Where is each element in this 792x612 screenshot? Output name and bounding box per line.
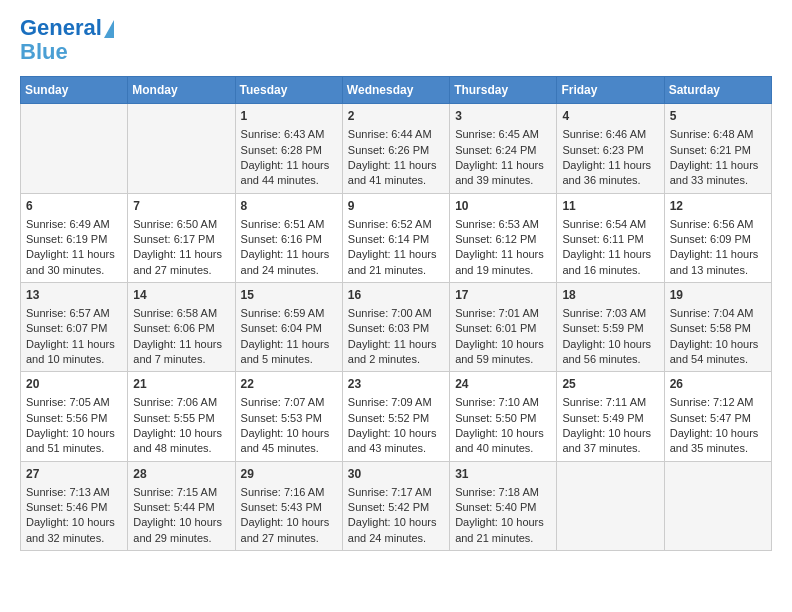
calendar-cell: 31Sunrise: 7:18 AMSunset: 5:40 PMDayligh… (450, 461, 557, 550)
day-info-line: Sunset: 6:23 PM (562, 143, 658, 158)
day-info-line: Sunset: 6:06 PM (133, 321, 229, 336)
day-info-line: Sunset: 5:49 PM (562, 411, 658, 426)
day-info-line: Daylight: 11 hours and 30 minutes. (26, 247, 122, 278)
day-info-line: Sunset: 5:56 PM (26, 411, 122, 426)
day-info-line: Daylight: 10 hours and 43 minutes. (348, 426, 444, 457)
day-info-line: Sunrise: 7:00 AM (348, 306, 444, 321)
day-info-line: Sunrise: 6:45 AM (455, 127, 551, 142)
day-info-line: Sunrise: 7:03 AM (562, 306, 658, 321)
logo-triangle-icon (104, 20, 114, 38)
day-number: 25 (562, 376, 658, 393)
calendar-cell: 1Sunrise: 6:43 AMSunset: 6:28 PMDaylight… (235, 104, 342, 193)
day-info-line: Sunset: 6:04 PM (241, 321, 337, 336)
day-number: 29 (241, 466, 337, 483)
day-info-line: Sunset: 5:46 PM (26, 500, 122, 515)
day-number: 31 (455, 466, 551, 483)
calendar-week-4: 27Sunrise: 7:13 AMSunset: 5:46 PMDayligh… (21, 461, 772, 550)
header-cell-monday: Monday (128, 77, 235, 104)
calendar-cell: 20Sunrise: 7:05 AMSunset: 5:56 PMDayligh… (21, 372, 128, 461)
day-info-line: Daylight: 10 hours and 40 minutes. (455, 426, 551, 457)
day-info-line: Sunrise: 6:56 AM (670, 217, 766, 232)
day-info-line: Sunset: 6:14 PM (348, 232, 444, 247)
day-number: 22 (241, 376, 337, 393)
day-info-line: Daylight: 11 hours and 19 minutes. (455, 247, 551, 278)
day-info-line: Sunset: 5:59 PM (562, 321, 658, 336)
day-info-line: Sunrise: 6:44 AM (348, 127, 444, 142)
day-number: 21 (133, 376, 229, 393)
day-info-line: Daylight: 11 hours and 2 minutes. (348, 337, 444, 368)
calendar-cell: 16Sunrise: 7:00 AMSunset: 6:03 PMDayligh… (342, 283, 449, 372)
calendar-cell: 12Sunrise: 6:56 AMSunset: 6:09 PMDayligh… (664, 193, 771, 282)
calendar-week-1: 6Sunrise: 6:49 AMSunset: 6:19 PMDaylight… (21, 193, 772, 282)
calendar-cell: 7Sunrise: 6:50 AMSunset: 6:17 PMDaylight… (128, 193, 235, 282)
day-info-line: Sunrise: 7:15 AM (133, 485, 229, 500)
calendar-week-3: 20Sunrise: 7:05 AMSunset: 5:56 PMDayligh… (21, 372, 772, 461)
day-info-line: Daylight: 11 hours and 24 minutes. (241, 247, 337, 278)
day-number: 30 (348, 466, 444, 483)
calendar-cell: 6Sunrise: 6:49 AMSunset: 6:19 PMDaylight… (21, 193, 128, 282)
day-number: 11 (562, 198, 658, 215)
day-info-line: Sunrise: 7:10 AM (455, 395, 551, 410)
day-info-line: Sunset: 6:19 PM (26, 232, 122, 247)
calendar-cell: 17Sunrise: 7:01 AMSunset: 6:01 PMDayligh… (450, 283, 557, 372)
day-info-line: Daylight: 10 hours and 24 minutes. (348, 515, 444, 546)
calendar-cell (664, 461, 771, 550)
day-number: 2 (348, 108, 444, 125)
day-info-line: Sunset: 5:47 PM (670, 411, 766, 426)
day-info-line: Sunset: 5:50 PM (455, 411, 551, 426)
day-info-line: Daylight: 10 hours and 56 minutes. (562, 337, 658, 368)
logo-blue: Blue (20, 40, 68, 64)
day-number: 12 (670, 198, 766, 215)
day-info-line: Sunset: 6:21 PM (670, 143, 766, 158)
calendar-cell: 3Sunrise: 6:45 AMSunset: 6:24 PMDaylight… (450, 104, 557, 193)
day-info-line: Sunrise: 7:01 AM (455, 306, 551, 321)
day-number: 14 (133, 287, 229, 304)
header-cell-wednesday: Wednesday (342, 77, 449, 104)
calendar-cell (21, 104, 128, 193)
day-info-line: Sunset: 6:03 PM (348, 321, 444, 336)
logo: General Blue (20, 16, 114, 64)
calendar-cell: 27Sunrise: 7:13 AMSunset: 5:46 PMDayligh… (21, 461, 128, 550)
day-info-line: Sunset: 5:55 PM (133, 411, 229, 426)
calendar-week-2: 13Sunrise: 6:57 AMSunset: 6:07 PMDayligh… (21, 283, 772, 372)
day-info-line: Daylight: 10 hours and 29 minutes. (133, 515, 229, 546)
day-info-line: Sunrise: 7:18 AM (455, 485, 551, 500)
day-number: 20 (26, 376, 122, 393)
day-number: 28 (133, 466, 229, 483)
day-info-line: Daylight: 11 hours and 10 minutes. (26, 337, 122, 368)
day-info-line: Sunrise: 6:51 AM (241, 217, 337, 232)
calendar-cell: 23Sunrise: 7:09 AMSunset: 5:52 PMDayligh… (342, 372, 449, 461)
calendar-body: 1Sunrise: 6:43 AMSunset: 6:28 PMDaylight… (21, 104, 772, 551)
day-info-line: Daylight: 10 hours and 27 minutes. (241, 515, 337, 546)
calendar-cell: 5Sunrise: 6:48 AMSunset: 6:21 PMDaylight… (664, 104, 771, 193)
day-info-line: Daylight: 11 hours and 27 minutes. (133, 247, 229, 278)
calendar-cell: 14Sunrise: 6:58 AMSunset: 6:06 PMDayligh… (128, 283, 235, 372)
day-info-line: Sunset: 6:11 PM (562, 232, 658, 247)
day-info-line: Sunrise: 6:54 AM (562, 217, 658, 232)
calendar-cell: 21Sunrise: 7:06 AMSunset: 5:55 PMDayligh… (128, 372, 235, 461)
day-info-line: Sunrise: 6:49 AM (26, 217, 122, 232)
calendar-cell: 28Sunrise: 7:15 AMSunset: 5:44 PMDayligh… (128, 461, 235, 550)
day-number: 10 (455, 198, 551, 215)
day-info-line: Daylight: 10 hours and 37 minutes. (562, 426, 658, 457)
day-info-line: Daylight: 11 hours and 36 minutes. (562, 158, 658, 189)
day-info-line: Daylight: 10 hours and 32 minutes. (26, 515, 122, 546)
header-cell-thursday: Thursday (450, 77, 557, 104)
calendar-cell: 15Sunrise: 6:59 AMSunset: 6:04 PMDayligh… (235, 283, 342, 372)
calendar-cell: 19Sunrise: 7:04 AMSunset: 5:58 PMDayligh… (664, 283, 771, 372)
day-info-line: Daylight: 11 hours and 5 minutes. (241, 337, 337, 368)
day-number: 19 (670, 287, 766, 304)
day-number: 26 (670, 376, 766, 393)
day-info-line: Sunrise: 6:59 AM (241, 306, 337, 321)
day-info-line: Daylight: 10 hours and 48 minutes. (133, 426, 229, 457)
day-number: 16 (348, 287, 444, 304)
day-number: 23 (348, 376, 444, 393)
calendar-cell (557, 461, 664, 550)
day-info-line: Daylight: 11 hours and 16 minutes. (562, 247, 658, 278)
day-info-line: Sunset: 6:07 PM (26, 321, 122, 336)
calendar-cell: 10Sunrise: 6:53 AMSunset: 6:12 PMDayligh… (450, 193, 557, 282)
calendar-header: SundayMondayTuesdayWednesdayThursdayFrid… (21, 77, 772, 104)
day-number: 15 (241, 287, 337, 304)
calendar-table: SundayMondayTuesdayWednesdayThursdayFrid… (20, 76, 772, 551)
calendar-cell (128, 104, 235, 193)
